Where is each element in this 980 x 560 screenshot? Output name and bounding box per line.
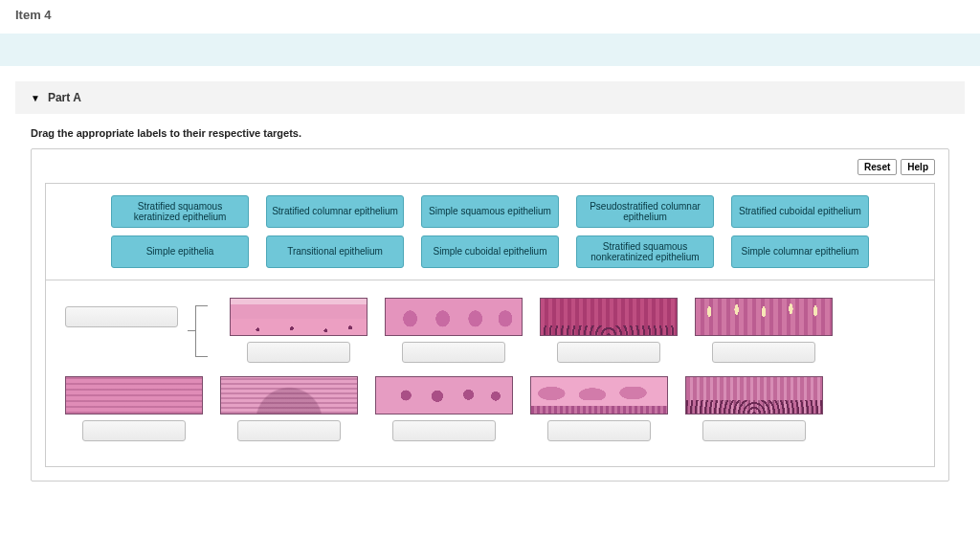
- help-button[interactable]: Help: [901, 159, 935, 175]
- drop-slot[interactable]: [402, 342, 505, 363]
- item-header: Item 4: [0, 0, 980, 30]
- label-row: Stratified squamous keratinized epitheli…: [69, 195, 911, 228]
- drop-slot[interactable]: [547, 420, 651, 441]
- part-header[interactable]: ▼ Part A: [15, 81, 965, 114]
- target-col: [385, 298, 523, 363]
- target-col: [685, 376, 823, 441]
- group-bracket-icon: [195, 305, 212, 355]
- labels-bin: Stratified squamous keratinized epitheli…: [45, 183, 935, 280]
- target-col: [375, 376, 513, 441]
- caret-down-icon: ▼: [31, 93, 40, 103]
- tissue-image: [220, 376, 358, 414]
- instruction-text: Drag the appropriate labels to their res…: [0, 114, 980, 148]
- drop-slot[interactable]: [237, 420, 341, 441]
- group-slot-wrap: [65, 298, 178, 336]
- reset-button[interactable]: Reset: [858, 159, 897, 175]
- tissue-image: [685, 376, 823, 414]
- target-row: [65, 298, 915, 363]
- part-title: Part A: [48, 91, 81, 104]
- drop-slot[interactable]: [65, 306, 178, 327]
- target-col: [695, 298, 833, 363]
- drop-slot[interactable]: [247, 342, 350, 363]
- tissue-image: [385, 298, 523, 336]
- drag-label[interactable]: Stratified cuboidal epithelium: [731, 195, 869, 228]
- drag-label[interactable]: Stratified squamous nonkeratinized epith…: [576, 235, 714, 268]
- target-col: [220, 376, 358, 441]
- drop-slot[interactable]: [557, 342, 660, 363]
- tissue-image: [65, 376, 203, 414]
- tissue-image: [540, 298, 678, 336]
- targets-area: [45, 280, 935, 467]
- tissue-image: [695, 298, 833, 336]
- toolbar: Reset Help: [45, 159, 935, 175]
- drag-label[interactable]: Simple epithelia: [111, 235, 249, 268]
- drop-slot[interactable]: [392, 420, 496, 441]
- drag-label[interactable]: Pseudostratified columnar epithelium: [576, 195, 714, 228]
- drag-label[interactable]: Simple columnar epithelium: [731, 235, 869, 268]
- drop-slot[interactable]: [702, 420, 806, 441]
- target-row: [65, 376, 915, 441]
- drag-label[interactable]: Simple squamous epithelium: [421, 195, 559, 228]
- drag-label[interactable]: Transitional epithelium: [266, 235, 404, 268]
- drag-label[interactable]: Stratified squamous keratinized epitheli…: [111, 195, 249, 228]
- work-area: Reset Help Stratified squamous keratiniz…: [31, 148, 949, 482]
- target-col: [230, 298, 368, 363]
- target-col: [530, 376, 668, 441]
- target-col: [540, 298, 678, 363]
- drop-slot[interactable]: [82, 420, 186, 441]
- page: Item 4 ▼ Part A Drag the appropriate lab…: [0, 0, 980, 482]
- tissue-image: [230, 298, 368, 336]
- item-title: Item 4: [15, 8, 52, 22]
- drag-label[interactable]: Simple cuboidal epithelium: [421, 235, 559, 268]
- info-strip: [0, 34, 980, 66]
- label-row: Simple epithelia Transitional epithelium…: [69, 235, 911, 268]
- target-col: [65, 376, 203, 441]
- drop-slot[interactable]: [712, 342, 815, 363]
- tissue-image: [530, 376, 668, 414]
- drag-label[interactable]: Stratified columnar epithelium: [266, 195, 404, 228]
- tissue-image: [375, 376, 513, 414]
